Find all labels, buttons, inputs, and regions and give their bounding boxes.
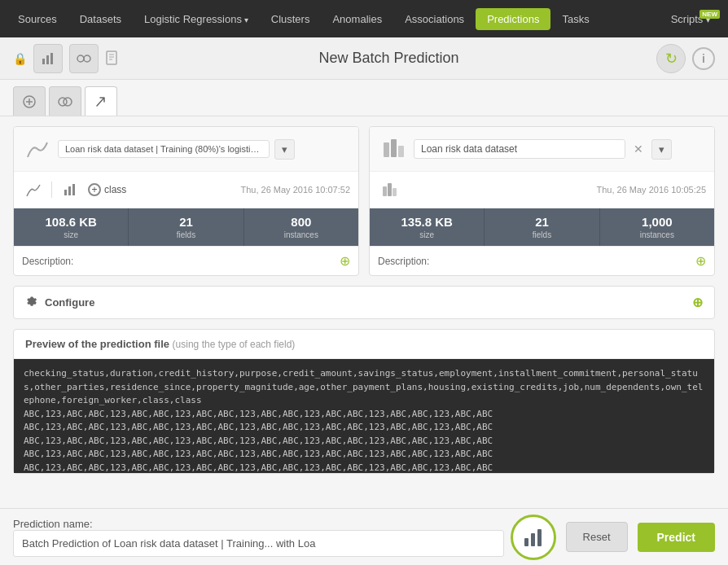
model-stats: 108.6 KB size 21 fields 800 instances <box>14 208 358 247</box>
model-dropdown-btn[interactable]: ▾ <box>274 139 295 160</box>
nav-tasks[interactable]: Tasks <box>550 8 600 30</box>
dataset-stat-size: 135.8 KB size <box>370 208 485 246</box>
dataset-meta: Thu, 26 May 2016 10:05:25 <box>370 172 714 208</box>
model-date: Thu, 26 May 2016 10:07:52 <box>240 185 350 195</box>
svg-point-13 <box>64 98 72 106</box>
svg-rect-19 <box>398 146 404 157</box>
nav-sources[interactable]: Sources <box>7 8 68 30</box>
dataset-icon <box>378 134 409 164</box>
panels-row: Loan risk data dataset | Training (80%)'… <box>13 126 715 276</box>
reset-button[interactable]: Reset <box>566 522 628 552</box>
info-button[interactable]: i <box>692 47 715 70</box>
nav-scripts[interactable]: Scripts NEW <box>660 8 721 30</box>
page-icon <box>105 50 121 67</box>
svg-rect-0 <box>42 59 45 64</box>
preview-content: checking_status,duration,credit_history,… <box>14 359 714 473</box>
configure-header: Configure ⊕ <box>14 287 714 318</box>
svg-rect-20 <box>383 186 387 196</box>
preview-section: Preview of the prediction file (using th… <box>13 329 715 474</box>
gear-icon <box>25 296 38 309</box>
step-tabs <box>0 80 728 116</box>
dataset-expand-icon[interactable]: ⊕ <box>695 253 706 269</box>
target-field: + class <box>88 183 126 196</box>
dataset-stats: 135.8 KB size 21 fields 1,000 instances <box>370 208 714 247</box>
svg-rect-15 <box>68 186 71 195</box>
svg-rect-5 <box>107 51 116 64</box>
dataset-clear-btn[interactable]: ✕ <box>630 141 647 157</box>
top-navigation: Sources Datasets Logistic Regressions Cl… <box>0 0 728 37</box>
svg-rect-25 <box>537 529 542 546</box>
model-meta-icon <box>22 178 45 201</box>
svg-point-3 <box>77 55 84 62</box>
dataset-description: Description: ⊕ <box>370 247 714 275</box>
scripts-badge: NEW <box>699 10 720 19</box>
model-select[interactable]: Loan risk data dataset | Training (80%)'… <box>58 140 270 158</box>
floating-chart-icon <box>511 515 556 560</box>
prediction-name-input[interactable] <box>13 530 504 557</box>
nav-datasets[interactable]: Datasets <box>68 8 133 30</box>
lock-icon: 🔒 <box>13 52 27 65</box>
target-circle: + <box>88 183 101 196</box>
preview-header: Preview of the prediction file (using th… <box>14 330 714 359</box>
model-meta: + class Thu, 26 May 2016 10:07:52 <box>14 172 358 208</box>
svg-rect-22 <box>393 188 397 196</box>
model-description: Description: ⊕ <box>14 247 358 275</box>
dataset-stat-fields: 21 fields <box>485 208 599 246</box>
bar-chart-icon <box>59 178 81 201</box>
bar-chart-large-icon <box>523 527 544 548</box>
dataset-date: Thu, 26 May 2016 10:05:25 <box>596 185 706 195</box>
nav-clusters[interactable]: Clusters <box>260 8 322 30</box>
svg-rect-14 <box>64 190 67 195</box>
prediction-name-label: Prediction name: <box>13 518 504 530</box>
model-icon <box>22 134 53 164</box>
svg-rect-2 <box>50 53 53 64</box>
dataset-meta-icon <box>378 178 401 201</box>
svg-rect-21 <box>388 183 392 196</box>
model-stat-instances: 800 instances <box>244 208 358 246</box>
refresh-button[interactable]: ↻ <box>656 44 686 73</box>
dataset-dropdown-btn[interactable]: ▾ <box>651 139 672 160</box>
svg-rect-16 <box>72 184 75 195</box>
step-tab-3[interactable] <box>85 86 117 116</box>
step-tab-2[interactable] <box>49 86 81 116</box>
configure-section: Configure ⊕ <box>13 286 715 319</box>
chart-icon-btn[interactable] <box>33 44 63 73</box>
step-tab-1[interactable] <box>13 86 46 116</box>
configure-expand-icon[interactable]: ⊕ <box>692 295 703 310</box>
model-stat-fields: 21 fields <box>129 208 243 246</box>
svg-rect-18 <box>391 139 397 157</box>
svg-point-4 <box>84 55 90 62</box>
dataset-select[interactable]: Loan risk data dataset <box>414 139 625 159</box>
svg-rect-1 <box>46 55 49 64</box>
bottom-bar: Prediction name: Reset Predict <box>0 508 728 565</box>
main-content: Loan risk data dataset | Training (80%)'… <box>0 116 728 565</box>
model-expand-icon[interactable]: ⊕ <box>340 253 350 269</box>
svg-rect-24 <box>531 533 535 546</box>
nav-anomalies[interactable]: Anomalies <box>321 8 393 30</box>
dataset-stat-instances: 1,000 instances <box>600 208 714 246</box>
svg-rect-23 <box>524 538 528 546</box>
page-title: New Batch Prediction <box>128 50 650 67</box>
predict-button[interactable]: Predict <box>638 523 715 552</box>
dataset-panel: Loan risk data dataset ✕ ▾ Thu, 26 May 2… <box>369 126 715 276</box>
group-icon-btn[interactable] <box>69 44 99 73</box>
dataset-panel-header: Loan risk data dataset ✕ ▾ <box>370 127 714 172</box>
nav-predictions[interactable]: Predictions <box>476 8 550 30</box>
sub-toolbar: 🔒 New Batch Prediction ↻ i <box>0 37 728 80</box>
model-panel-header: Loan risk data dataset | Training (80%)'… <box>14 127 358 172</box>
model-panel: Loan risk data dataset | Training (80%)'… <box>13 126 359 276</box>
nav-associations[interactable]: Associations <box>393 8 476 30</box>
nav-logistic-regressions[interactable]: Logistic Regressions <box>133 8 260 30</box>
model-stat-size: 108.6 KB size <box>14 208 129 246</box>
svg-rect-17 <box>384 142 389 157</box>
